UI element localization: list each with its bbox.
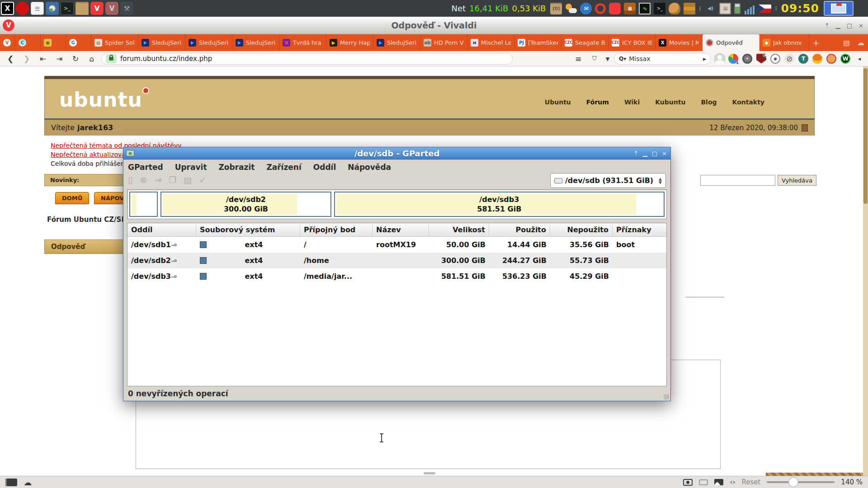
tab-vivaldi[interactable]: V xyxy=(0,34,15,51)
vivaldi-tray-icon[interactable] xyxy=(609,3,621,14)
maximize-button[interactable]: □ xyxy=(847,22,852,29)
browser-titlebar[interactable]: V Odpověď - Vivaldi ⇡▁□× xyxy=(0,17,868,34)
gparted-launcher-icon[interactable] xyxy=(46,2,59,15)
menu-oddíl[interactable]: Oddíl xyxy=(313,163,336,172)
home-button[interactable]: ⌂ xyxy=(85,54,99,63)
nav-item-ubuntu[interactable]: Ubuntu xyxy=(545,99,571,106)
mon-tray-icon[interactable]: ∿ xyxy=(639,3,651,14)
clip-tray-icon[interactable]: ▤ xyxy=(719,3,731,14)
new-partition-icon[interactable]: ▯ xyxy=(128,175,132,185)
nav-item-fórum[interactable]: Fórum xyxy=(586,99,609,106)
page-scrollbar[interactable] xyxy=(863,66,868,476)
tab-google[interactable]: G xyxy=(66,34,91,51)
menu-gparted[interactable]: GParted xyxy=(128,163,163,172)
page-actions-icon[interactable]: ‹› xyxy=(730,478,735,486)
shield-extension-icon[interactable]: 1 xyxy=(756,54,766,64)
capture-icon[interactable] xyxy=(683,479,693,486)
zoom-slider[interactable] xyxy=(767,481,835,483)
stop-launcher-icon[interactable] xyxy=(16,2,29,15)
tbird-tray-icon[interactable]: ✉ xyxy=(580,3,592,14)
menu-upravit[interactable]: Upravit xyxy=(175,163,207,172)
folder-launcher-icon[interactable] xyxy=(75,2,89,15)
username[interactable]: jarek163 xyxy=(77,123,113,132)
table-row-devsdb2[interactable]: /dev/sdb2ext4/home300.00 GiB244.27 GiB55… xyxy=(127,253,666,268)
url-field[interactable]: forum.ubuntu.cz/index.php xyxy=(101,53,513,65)
home-tab-button[interactable]: DOMŮ xyxy=(55,192,89,204)
tab-icy-box-ib[interactable]: CZCICY BOX IB xyxy=(609,34,656,51)
column-header-used[interactable]: Použito xyxy=(489,223,550,236)
tab-hd-porn-v[interactable]: abHD Porn V xyxy=(420,34,467,51)
delete-partition-icon[interactable]: ⊗ xyxy=(140,175,147,185)
tab-tvrd-hra-2[interactable]: ᙭Tvrdá hra 2 xyxy=(279,34,326,51)
back-button[interactable]: ❮ xyxy=(4,54,17,63)
column-header-mount[interactable]: Přípojný bod xyxy=(300,223,373,236)
weather-tray-icon[interactable] xyxy=(565,3,577,14)
screenshot-tool-button[interactable] xyxy=(824,1,854,16)
images-toggle-icon[interactable] xyxy=(714,479,723,485)
vivaldi-launcher-icon[interactable]: V xyxy=(90,2,104,15)
flag-tray-icon[interactable] xyxy=(759,5,771,13)
sync-cloud-icon[interactable]: ☁ xyxy=(24,478,32,487)
partition-box-devsdb3[interactable]: /dev/sdb3581.51 GiB xyxy=(334,192,665,217)
gparted-window-controls[interactable]: ⇡▁□× xyxy=(633,150,667,157)
spinner-icon[interactable]: ▲▼ xyxy=(659,177,662,184)
tab-jak-obnov[interactable]: ◆Jak obnov xyxy=(760,34,809,51)
collapse-extension-icon[interactable]: ◂ xyxy=(854,54,864,64)
apply-icon[interactable]: ⇥ xyxy=(154,175,161,185)
tab-odpov-[interactable]: Odpověď xyxy=(703,34,760,51)
column-header-oddil[interactable]: Oddíl xyxy=(127,223,196,236)
tab-sledujseria[interactable]: SledujSeria xyxy=(185,34,232,51)
partition-box[interactable] xyxy=(129,192,158,217)
tools-launcher-icon[interactable]: ⚒ xyxy=(120,2,133,15)
partition-box-devsdb2[interactable]: /dev/sdb2300.00 GiB xyxy=(160,192,331,217)
rollup-button[interactable]: ⇡ xyxy=(825,22,830,29)
cab-tray-icon[interactable] xyxy=(684,3,695,14)
search-field[interactable]: Q▾ Missax ▸ xyxy=(614,53,711,65)
flame-extension-icon[interactable] xyxy=(812,54,822,64)
vivaldi2-launcher-icon[interactable]: V xyxy=(105,2,118,15)
tab-sledujseria[interactable]: SledujSeria xyxy=(138,34,185,51)
zoom-slider-knob[interactable] xyxy=(788,477,798,487)
batt-tray-icon[interactable] xyxy=(734,3,741,14)
bookmark-dropdown-icon[interactable]: ▾ xyxy=(604,54,611,63)
sync-tabs-icon[interactable]: ☁ xyxy=(857,38,864,47)
forward-button[interactable]: ❯ xyxy=(20,54,33,63)
table-row-devsdb1[interactable]: /dev/sdb1ext4/rootMX1950.00 GiB14.44 GiB… xyxy=(127,237,666,253)
ssl-lock-icon[interactable] xyxy=(106,54,117,63)
tiling-icon[interactable] xyxy=(699,479,708,485)
table-row-devsdb3[interactable]: /dev/sdb3ext4/media/jar...581.51 GiB536.… xyxy=(127,268,666,284)
column-header-fs[interactable]: Souborový systém xyxy=(196,223,300,236)
reload-button[interactable]: ↻ xyxy=(69,54,82,63)
bookmark-icon[interactable]: ⛉ xyxy=(588,55,601,62)
nav-item-kubuntu[interactable]: Kubuntu xyxy=(655,99,685,106)
tabbar-right-icons[interactable]: ▤☁ xyxy=(843,34,864,51)
tab-c[interactable]: C xyxy=(15,34,41,51)
doc-launcher-icon[interactable]: ≡ xyxy=(31,2,44,15)
shell-tray-icon[interactable] xyxy=(669,3,680,14)
sig-tray-icon[interactable] xyxy=(744,3,755,14)
pkg-tray-icon[interactable]: ▦ xyxy=(624,3,636,14)
clock[interactable]: 09:50 xyxy=(781,2,819,15)
menu-zařízení[interactable]: Zařízení xyxy=(266,163,301,172)
forum-search-input[interactable] xyxy=(700,175,775,186)
nav-item-wiki[interactable]: Wiki xyxy=(624,99,640,106)
opera-tray-icon[interactable] xyxy=(595,3,606,14)
nav-item-blog[interactable]: Blog xyxy=(701,99,717,106)
partition-visual-bar[interactable]: /dev/sdb2300.00 GiB/dev/sdb3581.51 GiB xyxy=(127,189,667,219)
tab-mischel-le[interactable]: мMischel Le xyxy=(467,34,514,51)
tab--teamskee[interactable]: PJ[TeamSkee xyxy=(514,34,561,51)
gparted-maximize-button[interactable]: □ xyxy=(652,150,657,157)
column-header-name[interactable]: Název xyxy=(373,223,429,236)
column-header-flags[interactable]: Příznaky xyxy=(613,223,663,236)
term-launcher-icon[interactable]: >_ xyxy=(61,2,74,15)
rewind-button[interactable]: ⇤ xyxy=(36,54,50,63)
column-header-unused[interactable]: Nepoužito xyxy=(550,223,613,236)
dots-tray-icon[interactable]: ⋮ xyxy=(774,3,777,14)
profile-avatar[interactable] xyxy=(714,53,726,65)
bubble-extension-icon[interactable]: ◉ xyxy=(770,54,780,64)
tab-sledujseria[interactable]: SledujSeria xyxy=(373,34,420,51)
menu-zobrazit[interactable]: Zobrazit xyxy=(219,163,255,172)
copy-icon[interactable]: ❐ xyxy=(169,175,176,185)
zoom-reset-button[interactable]: Reset xyxy=(741,478,760,486)
scrollbar-thumb[interactable] xyxy=(863,68,868,204)
